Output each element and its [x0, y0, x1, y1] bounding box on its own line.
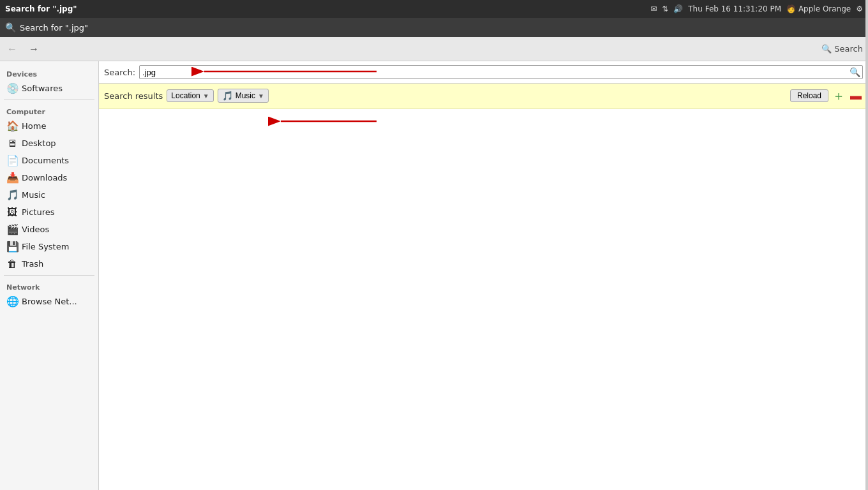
user-label[interactable]: 🧑 Apple Orange [786, 4, 851, 13]
search-results-left: Search results Location ▼ 🎵 Music ▼ [104, 89, 269, 103]
toolbar: ← → 🔍 Search [0, 37, 868, 61]
sidebar-divider-2 [4, 275, 94, 276]
music-filter-label: Music [236, 91, 255, 100]
search-bar-label: Search: [104, 68, 135, 77]
home-icon: 🏠 [6, 120, 18, 132]
search-input-wrapper: 🔍 [139, 65, 863, 79]
datetime: Thu Feb 16 11:31:20 PM [688, 4, 781, 13]
desktop-icon: 🖥 [6, 137, 18, 149]
browsenet-icon: 🌐 [6, 295, 18, 308]
search-toolbar-icon: 🔍 [821, 44, 832, 54]
search-results-right: Reload ＋ ▬ [790, 89, 863, 102]
sidebar-divider-1 [4, 100, 94, 100]
sidebar: Devices 💿 Softwares Computer 🏠 Home 🖥 De… [0, 61, 99, 490]
videos-icon: 🎬 [6, 223, 18, 235]
title-bar-text: Search for ".jpg" [20, 23, 88, 33]
sidebar-item-downloads[interactable]: 📥 Downloads [0, 169, 98, 186]
sidebar-item-desktop[interactable]: 🖥 Desktop [0, 135, 98, 152]
title-bar: 🔍 Search for ".jpg" [0, 18, 868, 37]
filesystem-label: File System [22, 242, 69, 251]
sidebar-item-home[interactable]: 🏠 Home [0, 117, 98, 135]
music-icon: 🎵 [6, 189, 18, 201]
music-filter-button[interactable]: 🎵 Music ▼ [218, 89, 269, 103]
system-bar-left: Search for ".jpg" [5, 4, 77, 13]
forward-button[interactable]: → [24, 40, 43, 58]
downloads-label: Downloads [22, 173, 67, 182]
window-title: Search for ".jpg" [5, 4, 77, 13]
downloads-icon: 📥 [6, 172, 18, 184]
documents-label: Documents [22, 156, 69, 165]
transfer-icon[interactable]: ⇅ [662, 4, 668, 13]
search-submit-icon[interactable]: 🔍 [849, 67, 860, 77]
search-toolbar-label: Search [834, 44, 863, 54]
search-file-icon: 🔍 [5, 22, 16, 33]
trash-icon: 🗑 [6, 258, 18, 270]
computer-label: Computer [0, 103, 98, 117]
sidebar-item-softwares[interactable]: 💿 Softwares [0, 80, 98, 97]
search-bar: Search: 🔍 [99, 61, 868, 84]
file-manager-window: 🔍 Search for ".jpg" ← → 🔍 Search Devices [0, 18, 868, 490]
email-icon[interactable]: ✉ [650, 4, 657, 13]
softwares-label: Softwares [22, 84, 63, 93]
location-filter-label: Location [171, 91, 200, 100]
sidebar-item-music[interactable]: 🎵 Music [0, 186, 98, 204]
sidebar-item-trash[interactable]: 🗑 Trash [0, 255, 98, 272]
system-bar-right: ✉ ⇅ 🔊 Thu Feb 16 11:31:20 PM 🧑 Apple Ora… [650, 4, 863, 13]
volume-icon[interactable]: 🔊 [673, 4, 683, 13]
add-filter-button[interactable]: ＋ [831, 89, 846, 102]
system-bar: Search for ".jpg" ✉ ⇅ 🔊 Thu Feb 16 11:31… [0, 0, 868, 18]
location-dropdown-icon: ▼ [203, 93, 209, 100]
music-label: Music [22, 190, 45, 200]
browsenet-label: Browse Net... [22, 297, 77, 306]
trash-label: Trash [22, 259, 43, 269]
location-filter-button[interactable]: Location ▼ [167, 89, 213, 102]
forward-icon: → [29, 43, 39, 55]
pictures-icon: 🖼 [6, 206, 18, 218]
pictures-label: Pictures [22, 207, 54, 217]
network-label: Network [0, 278, 98, 293]
music-filter-icon: 🎵 [222, 91, 233, 101]
search-results-area: Search results Location ▼ 🎵 Music ▼ Relo… [99, 84, 868, 108]
settings-icon[interactable]: ⚙ [856, 4, 863, 13]
search-results-label: Search results [104, 91, 163, 101]
reload-button[interactable]: Reload [790, 89, 828, 102]
documents-icon: 📄 [6, 154, 18, 167]
sidebar-item-browsenet[interactable]: 🌐 Browse Net... [0, 293, 98, 310]
sidebar-item-videos[interactable]: 🎬 Videos [0, 221, 98, 238]
sidebar-item-documents[interactable]: 📄 Documents [0, 152, 98, 169]
content-area: Devices 💿 Softwares Computer 🏠 Home 🖥 De… [0, 61, 868, 490]
search-area: 🔍 Search [821, 44, 863, 54]
file-area [99, 108, 868, 490]
videos-label: Videos [22, 225, 49, 234]
search-input[interactable] [139, 65, 863, 79]
back-button[interactable]: ← [3, 40, 22, 58]
music-dropdown-icon: ▼ [258, 93, 264, 100]
sidebar-item-pictures[interactable]: 🖼 Pictures [0, 204, 98, 221]
sidebar-item-filesystem[interactable]: 💾 File System [0, 238, 98, 255]
home-label: Home [22, 121, 46, 131]
remove-filter-button[interactable]: ▬ [849, 90, 863, 101]
desktop-label: Desktop [22, 138, 56, 148]
softwares-icon: 💿 [6, 82, 18, 94]
main-panel: Search: 🔍 Search results Location ▼ [99, 61, 868, 490]
devices-label: Devices [0, 65, 98, 80]
filesystem-icon: 💾 [6, 241, 18, 253]
back-icon: ← [7, 43, 17, 55]
